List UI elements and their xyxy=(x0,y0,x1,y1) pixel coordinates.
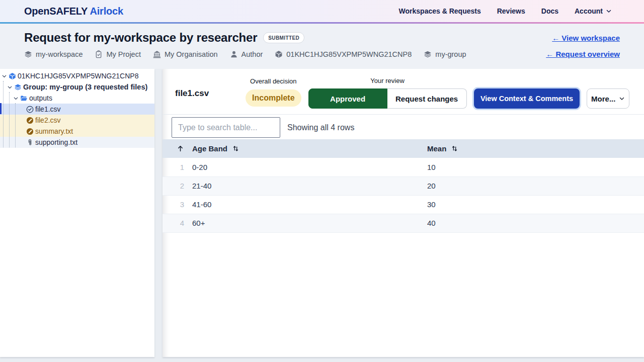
layers-icon xyxy=(424,50,432,58)
mean-cell: 30 xyxy=(427,195,644,214)
approved-button[interactable]: Approved xyxy=(308,88,387,109)
tree-item-supporting[interactable]: supporting.txt xyxy=(0,137,154,148)
arrow-up-icon xyxy=(177,145,188,152)
cube-icon xyxy=(9,72,16,80)
tree-item-label: file2.csv xyxy=(35,116,61,124)
layers-icon xyxy=(14,83,22,91)
paperclip-icon xyxy=(26,139,34,146)
table-row: 1 0-20 10 xyxy=(163,158,644,176)
tree-item-label: summary.txt xyxy=(35,127,73,135)
column-header-label: Mean xyxy=(427,144,446,153)
age-band-cell: 21-40 xyxy=(188,176,427,195)
nav-reviews[interactable]: Reviews xyxy=(497,7,525,15)
file-content-panel: file1.csv Overall decision Incomplete Yo… xyxy=(163,69,644,357)
view-context-comments-button[interactable]: View Context & Comments xyxy=(474,88,580,109)
page-title: Request for my-workspace by researcher xyxy=(24,31,257,45)
folder-open-icon xyxy=(20,95,28,102)
nav-docs[interactable]: Docs xyxy=(541,7,558,15)
chevron-down-icon[interactable] xyxy=(13,96,19,101)
nav-links: Workspaces & Requests Reviews Docs Accou… xyxy=(399,7,612,15)
tree-item-outputs[interactable]: outputs xyxy=(0,93,154,104)
breadcrumb-label: My Organisation xyxy=(165,50,218,58)
breadcrumb-organisation: My Organisation xyxy=(153,50,218,58)
tree-item-file1[interactable]: file1.csv xyxy=(0,104,154,115)
tree-item-label: Group: my-group (3 requested files) xyxy=(23,83,147,91)
review-button-group: Approved Request changes xyxy=(308,88,467,109)
tree-item-label: 01KHC1HJG85VXPMP5WNG21CNP8 xyxy=(18,72,138,80)
breadcrumb-label: My Project xyxy=(106,50,141,58)
breadcrumb-label: my-group xyxy=(435,50,466,58)
table-row: 4 60+ 40 xyxy=(163,214,644,232)
brand-logo[interactable]: OpenSAFELY Airlock xyxy=(24,6,123,17)
tree-item-group[interactable]: Group: my-group (3 requested files) xyxy=(0,81,154,93)
row-number-cell: 1 xyxy=(163,158,188,176)
breadcrumb-project: My Project xyxy=(95,50,141,58)
tree-item-file2[interactable]: file2.csv xyxy=(0,115,154,126)
tree-indent-guide xyxy=(3,81,4,147)
more-button[interactable]: More... xyxy=(587,88,629,109)
breadcrumb: my-workspace My Project My Organisation … xyxy=(24,50,466,58)
building-icon xyxy=(153,50,161,58)
sort-arrows-icon xyxy=(232,145,239,152)
table-toolbar: Showing all 4 rows xyxy=(163,115,644,138)
tree-indent-guide xyxy=(15,103,16,147)
nav-account-label: Account xyxy=(575,7,603,15)
nav-workspaces-requests[interactable]: Workspaces & Requests xyxy=(399,7,481,15)
your-review-group: Your review Approved Request changes xyxy=(308,77,467,109)
more-button-label: More... xyxy=(591,95,615,103)
column-header-label: Age Band xyxy=(192,144,227,153)
layers-icon xyxy=(24,50,32,58)
overall-decision-group: Overall decision Incomplete xyxy=(246,77,301,107)
breadcrumb-request-id: 01KHC1HJG85VXPMP5WNG21CNP8 xyxy=(275,50,412,58)
request-overview-link[interactable]: ← Request overview xyxy=(546,50,620,58)
row-number-header[interactable] xyxy=(163,139,188,158)
breadcrumb-label: Author xyxy=(242,50,263,58)
table-row: 2 21-40 20 xyxy=(163,176,644,195)
breadcrumb-workspace: my-workspace xyxy=(24,50,83,58)
file-title: file1.csv xyxy=(175,88,209,99)
column-header-mean[interactable]: Mean xyxy=(427,139,644,158)
age-band-cell: 0-20 xyxy=(188,158,427,176)
age-band-cell: 41-60 xyxy=(188,195,427,214)
search-input[interactable] xyxy=(172,117,280,138)
view-workspace-link[interactable]: ← View workspace xyxy=(552,34,620,42)
breadcrumb-author: Author xyxy=(230,50,263,58)
pencil-circle-icon xyxy=(26,128,34,135)
row-number-cell: 4 xyxy=(163,214,188,232)
row-number-cell: 2 xyxy=(163,176,188,195)
overall-decision-badge: Incomplete xyxy=(246,89,301,107)
column-header-age-band[interactable]: Age Band xyxy=(188,139,427,158)
request-changes-button[interactable]: Request changes xyxy=(387,88,467,109)
tree-item-request-id[interactable]: 01KHC1HJG85VXPMP5WNG21CNP8 xyxy=(0,70,154,81)
sort-arrows-icon xyxy=(451,145,458,152)
nav-account-menu[interactable]: Account xyxy=(575,7,612,15)
page-header: Request for my-workspace by researcher S… xyxy=(0,24,644,69)
table-header-row: Age Band Mean xyxy=(163,139,644,158)
tree-item-label: supporting.txt xyxy=(35,138,77,146)
chevron-down-icon[interactable] xyxy=(7,84,13,90)
file-header: file1.csv Overall decision Incomplete Yo… xyxy=(163,69,644,115)
check-circle-icon xyxy=(26,106,34,113)
chevron-down-icon[interactable] xyxy=(2,73,7,79)
chevron-down-icon xyxy=(606,8,612,14)
tree-item-summary[interactable]: summary.txt xyxy=(0,126,154,137)
row-count-status: Showing all 4 rows xyxy=(287,123,354,132)
chevron-down-icon xyxy=(619,96,625,102)
body-area: 01KHC1HJG85VXPMP5WNG21CNP8 Group: my-gro… xyxy=(0,69,644,357)
mean-cell: 20 xyxy=(427,176,644,195)
clipboard-check-icon xyxy=(95,50,103,58)
mean-cell: 40 xyxy=(427,214,644,232)
overall-decision-label: Overall decision xyxy=(250,77,297,85)
mean-cell: 10 xyxy=(427,158,644,176)
status-badge: SUBMITTED xyxy=(263,32,304,43)
tree-indent-guide xyxy=(9,92,10,147)
file-tree-panel: 01KHC1HJG85VXPMP5WNG21CNP8 Group: my-gro… xyxy=(0,69,154,357)
table-row: 3 41-60 30 xyxy=(163,195,644,214)
row-number-cell: 3 xyxy=(163,195,188,214)
breadcrumb-label: my-workspace xyxy=(36,50,83,58)
selected-item-indicator xyxy=(0,103,2,114)
navbar: OpenSAFELY Airlock Workspaces & Requests… xyxy=(0,0,644,22)
brand-secondary: Airlock xyxy=(90,6,123,17)
your-review-label: Your review xyxy=(370,77,404,84)
tree-item-label: outputs xyxy=(29,94,52,102)
